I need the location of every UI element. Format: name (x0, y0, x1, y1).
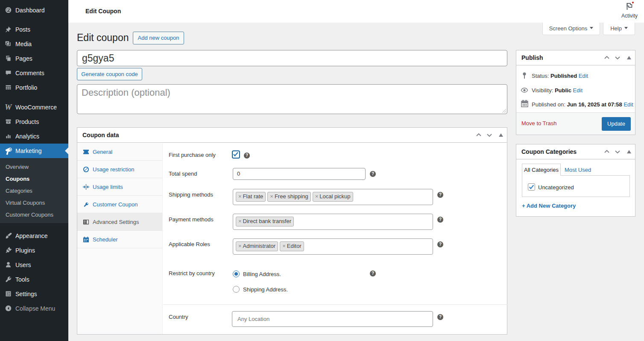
svg-text:W: W (5, 103, 12, 111)
